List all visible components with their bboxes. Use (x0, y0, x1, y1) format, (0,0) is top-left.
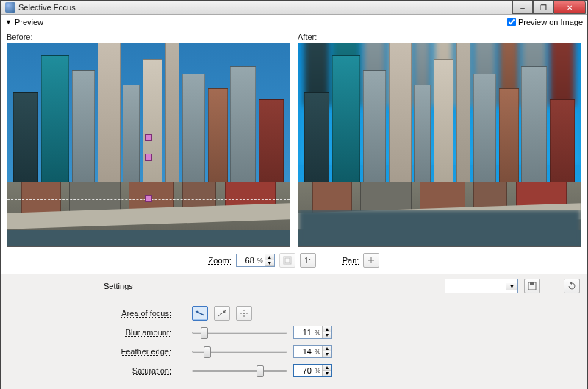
planar-focus-icon (195, 309, 205, 318)
blur-amount-spinner[interactable]: % ▲▼ (293, 326, 332, 339)
preview-section-label[interactable]: Preview (15, 18, 43, 26)
actual-size-icon: 1:1 (304, 256, 312, 265)
zoom-unit: % (256, 257, 265, 264)
feather-edge-input[interactable] (294, 346, 313, 357)
pan-tool-button[interactable] (363, 253, 379, 268)
preview-on-image-toggle[interactable]: Preview on Image (507, 18, 583, 26)
reset-button[interactable] (564, 279, 580, 293)
zoom-step-up[interactable]: ▲ (265, 254, 274, 260)
dialog-button-row: OK Cancel Help (1, 385, 587, 389)
slider-thumb[interactable] (204, 346, 211, 358)
slider-thumb[interactable] (257, 365, 264, 377)
window-minimize-button[interactable]: – (512, 1, 533, 14)
actual-size-button[interactable]: 1:1 (300, 253, 316, 268)
blur-amount-label: Blur amount: (8, 328, 192, 337)
radial-focus-tool-button[interactable] (214, 306, 230, 321)
feather-edge-spinner[interactable]: % ▲▼ (293, 345, 332, 358)
collapse-arrow-icon[interactable]: ▼ (5, 18, 12, 26)
selective-focus-dialog: Selective Focus – ❐ ✕ ▼ Preview Preview … (0, 0, 588, 389)
area-of-focus-label: Area of focus: (8, 309, 192, 318)
svg-rect-1 (285, 258, 290, 263)
spin-unit: % (313, 329, 322, 336)
titlebar[interactable]: Selective Focus – ❐ ✕ (1, 1, 587, 15)
blur-amount-input[interactable] (294, 326, 313, 338)
focus-handle[interactable] (145, 154, 152, 161)
radial-focus-icon (217, 309, 227, 318)
focus-handle[interactable] (145, 134, 152, 141)
preview-section-header: ▼ Preview Preview on Image (1, 15, 587, 29)
svg-point-10 (223, 311, 226, 313)
svg-point-11 (243, 313, 245, 314)
spin-unit: % (313, 348, 322, 355)
step-up[interactable]: ▲ (323, 346, 331, 351)
after-image-preview[interactable] (298, 43, 581, 247)
settings-bar: Settings ▼ (1, 274, 587, 298)
after-label: After: (298, 32, 581, 41)
window-title: Selective Focus (18, 3, 512, 12)
spin-unit: % (313, 367, 322, 374)
zoom-label: Zoom: (209, 256, 232, 265)
move-focus-tool-button[interactable] (236, 306, 252, 321)
saturation-label: Saturation: (8, 366, 192, 375)
window-close-button[interactable]: ✕ (553, 1, 586, 14)
window-maximize-button[interactable]: ❐ (533, 1, 553, 14)
saturation-slider[interactable] (192, 364, 287, 377)
zoom-pan-toolbar: Zoom: % ▲▼ 1:1 Pan: (1, 249, 587, 274)
step-up[interactable]: ▲ (323, 365, 331, 371)
zoom-step-down[interactable]: ▼ (265, 260, 274, 266)
saturation-input[interactable] (294, 365, 313, 376)
settings-label: Settings (104, 282, 133, 290)
zoom-input[interactable] (237, 254, 256, 266)
save-preset-button[interactable] (524, 279, 540, 293)
step-up[interactable]: ▲ (323, 326, 331, 332)
app-icon (5, 2, 15, 13)
before-label: Before: (7, 32, 290, 41)
chevron-down-icon: ▼ (506, 283, 517, 290)
before-image-preview[interactable] (7, 43, 290, 247)
slider-thumb[interactable] (201, 327, 208, 339)
step-down[interactable]: ▼ (323, 351, 331, 357)
settings-preset-dropdown[interactable]: ▼ (445, 279, 518, 293)
focus-handle[interactable] (145, 195, 152, 202)
feather-edge-slider[interactable] (192, 345, 287, 358)
controls-panel: Area of focus: Blur amount: (1, 298, 587, 385)
feather-edge-label: Feather edge: (8, 347, 192, 356)
move-focus-icon (240, 309, 248, 318)
blur-amount-slider[interactable] (192, 326, 287, 339)
preview-on-image-label: Preview on Image (518, 18, 583, 26)
save-icon (528, 282, 537, 290)
preview-on-image-checkbox[interactable] (507, 18, 516, 26)
fit-to-window-icon (283, 256, 292, 265)
step-down[interactable]: ▼ (323, 371, 331, 376)
svg-point-8 (197, 311, 199, 313)
pan-hand-icon (367, 256, 376, 265)
reset-icon (567, 282, 576, 290)
zoom-spinner[interactable]: % ▲▼ (236, 254, 275, 267)
fit-to-window-button[interactable] (279, 253, 295, 268)
svg-rect-6 (530, 282, 534, 285)
saturation-spinner[interactable]: % ▲▼ (293, 364, 332, 377)
pan-label: Pan: (343, 256, 359, 265)
planar-focus-tool-button[interactable] (192, 306, 208, 321)
svg-text:1:1: 1:1 (304, 256, 312, 265)
step-down[interactable]: ▼ (323, 332, 331, 338)
